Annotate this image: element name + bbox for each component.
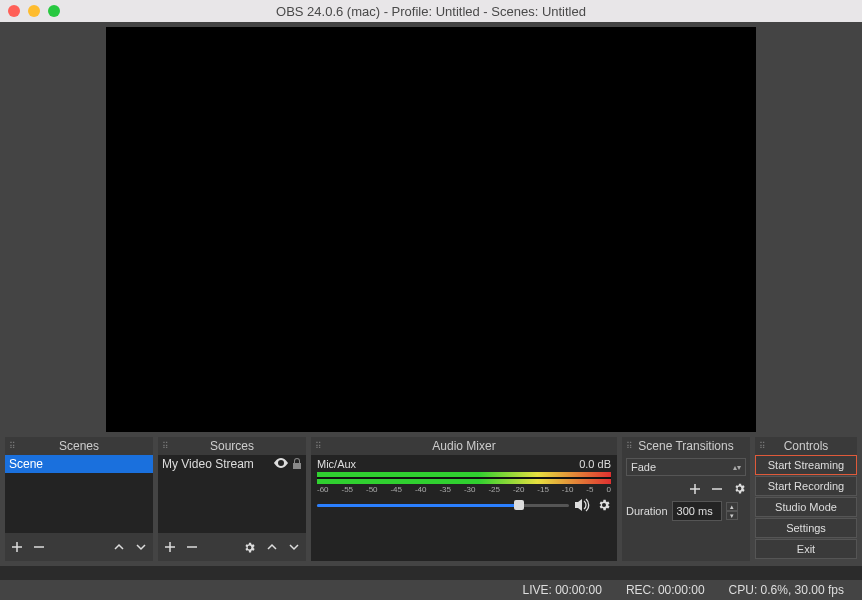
volume-slider[interactable] [317, 504, 569, 507]
titlebar: OBS 24.0.6 (mac) - Profile: Untitled - S… [0, 0, 862, 22]
remove-transition-button[interactable] [711, 483, 723, 495]
dock-grip-icon[interactable]: ⠿ [626, 441, 633, 451]
lock-icon[interactable] [292, 458, 302, 470]
source-props-button[interactable] [243, 541, 256, 554]
audio-mixer-panel: ⠿ Audio Mixer Mic/Aux 0.0 dB -60-55-50-4… [311, 437, 617, 561]
scene-list-item[interactable]: Scene [5, 455, 153, 473]
scene-down-button[interactable] [135, 541, 147, 553]
mixer-level: 0.0 dB [579, 458, 611, 470]
status-bar: LIVE: 00:00:00 REC: 00:00:00 CPU: 0.6%, … [0, 580, 862, 600]
duration-down-button[interactable]: ▾ [726, 511, 738, 520]
transition-select[interactable]: Fade ▴▾ [626, 458, 746, 476]
start-recording-button[interactable]: Start Recording [755, 476, 857, 496]
scene-up-button[interactable] [113, 541, 125, 553]
transitions-title: Scene Transitions [638, 439, 733, 453]
transition-settings-icon[interactable] [733, 482, 746, 495]
add-source-button[interactable] [164, 541, 176, 553]
status-rec: REC: 00:00:00 [626, 583, 705, 597]
source-down-button[interactable] [288, 541, 300, 553]
speaker-icon[interactable] [575, 498, 591, 512]
duration-label: Duration [626, 505, 668, 517]
mixer-title: Audio Mixer [432, 439, 495, 453]
studio-mode-button[interactable]: Studio Mode [755, 497, 857, 517]
dock-grip-icon[interactable]: ⠿ [9, 441, 16, 451]
transitions-panel: ⠿ Scene Transitions Fade ▴▾ Duration [622, 437, 750, 561]
sources-panel: ⠿ Sources My Video Stream [158, 437, 306, 561]
mixer-settings-icon[interactable] [597, 498, 611, 512]
duration-input[interactable]: 300 ms [672, 501, 722, 521]
status-live: LIVE: 00:00:00 [522, 583, 601, 597]
dock-grip-icon[interactable]: ⠿ [315, 441, 322, 451]
preview-canvas[interactable] [106, 27, 756, 432]
main-content: ⠿ Scenes Scene ⠿ Sources [0, 22, 862, 566]
add-transition-button[interactable] [689, 483, 701, 495]
audio-meter [317, 472, 611, 484]
remove-scene-button[interactable] [33, 541, 45, 553]
controls-title: Controls [784, 439, 829, 453]
settings-button[interactable]: Settings [755, 518, 857, 538]
exit-button[interactable]: Exit [755, 539, 857, 559]
eye-icon[interactable] [274, 458, 288, 470]
dock-grip-icon[interactable]: ⠿ [162, 441, 169, 451]
status-cpu: CPU: 0.6%, 30.00 fps [729, 583, 844, 597]
window-title: OBS 24.0.6 (mac) - Profile: Untitled - S… [0, 4, 862, 19]
start-streaming-button[interactable]: Start Streaming [755, 455, 857, 475]
meter-ticks: -60-55-50-45-40-35-30-25-20-15-10-50 [317, 485, 611, 494]
source-up-button[interactable] [266, 541, 278, 553]
controls-panel: ⠿ Controls Start Streaming Start Recordi… [755, 437, 857, 561]
dock-grip-icon[interactable]: ⠿ [759, 441, 766, 451]
scenes-panel: ⠿ Scenes Scene [5, 437, 153, 561]
mixer-channel-label: Mic/Aux [317, 458, 356, 470]
remove-source-button[interactable] [186, 541, 198, 553]
chevron-updown-icon: ▴▾ [733, 463, 741, 472]
add-scene-button[interactable] [11, 541, 23, 553]
source-list-item[interactable]: My Video Stream [158, 455, 306, 473]
scenes-title: Scenes [59, 439, 99, 453]
sources-title: Sources [210, 439, 254, 453]
duration-up-button[interactable]: ▴ [726, 502, 738, 511]
